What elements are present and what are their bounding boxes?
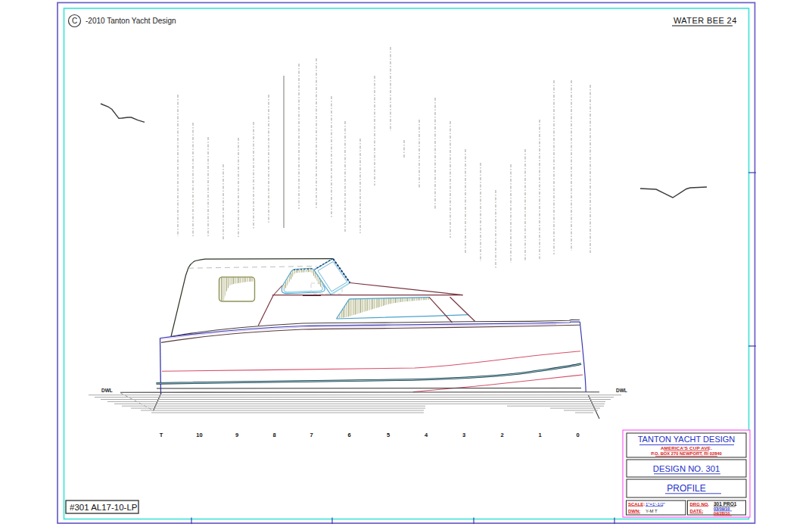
svg-text:1: 1 xyxy=(538,432,541,438)
svg-text:8: 8 xyxy=(272,432,275,438)
svg-text:P.O. BOX 270 NEWPORT, RI 02840: P.O. BOX 270 NEWPORT, RI 02840 xyxy=(651,451,722,456)
svg-text:5: 5 xyxy=(387,432,390,438)
svg-text:0: 0 xyxy=(576,432,579,438)
svg-text:AMERICA'S CUP AVE.: AMERICA'S CUP AVE. xyxy=(661,445,712,451)
svg-text:10: 10 xyxy=(196,432,202,438)
svg-text:6: 6 xyxy=(347,432,350,438)
svg-text:3: 3 xyxy=(462,432,465,438)
svg-text:1"=1'-1/2": 1"=1'-1/2" xyxy=(646,502,665,507)
svg-text:TANTON YACHT DESIGN: TANTON YACHT DESIGN xyxy=(638,435,736,444)
svg-text:#301 AL17-10-LP: #301 AL17-10-LP xyxy=(70,503,138,512)
svg-text:SCALE:: SCALE: xyxy=(628,502,645,507)
svg-text:7: 7 xyxy=(310,432,313,438)
svg-text:T: T xyxy=(160,432,163,438)
svg-text:301 PRO1: 301 PRO1 xyxy=(714,501,737,507)
svg-text:04/28/10: 04/28/10 xyxy=(714,511,730,516)
svg-text:DESIGN NO. 301: DESIGN NO. 301 xyxy=(653,464,720,473)
svg-text:9: 9 xyxy=(235,432,238,438)
svg-text:PROFILE: PROFILE xyxy=(667,483,705,494)
svg-text:WATER BEE 24: WATER BEE 24 xyxy=(674,16,737,25)
svg-text:DWL: DWL xyxy=(616,388,627,393)
svg-text:-2010 Tanton Yacht Design: -2010 Tanton Yacht Design xyxy=(86,17,176,25)
svg-text:DRG NO.: DRG NO. xyxy=(690,502,710,507)
svg-text:Y-M T: Y-M T xyxy=(646,509,658,513)
svg-text:C: C xyxy=(72,17,77,25)
svg-text:2: 2 xyxy=(500,432,503,438)
svg-text:DWL: DWL xyxy=(101,388,113,393)
svg-text:DATE:: DATE: xyxy=(690,509,704,513)
svg-text:DWN:: DWN: xyxy=(628,509,640,513)
